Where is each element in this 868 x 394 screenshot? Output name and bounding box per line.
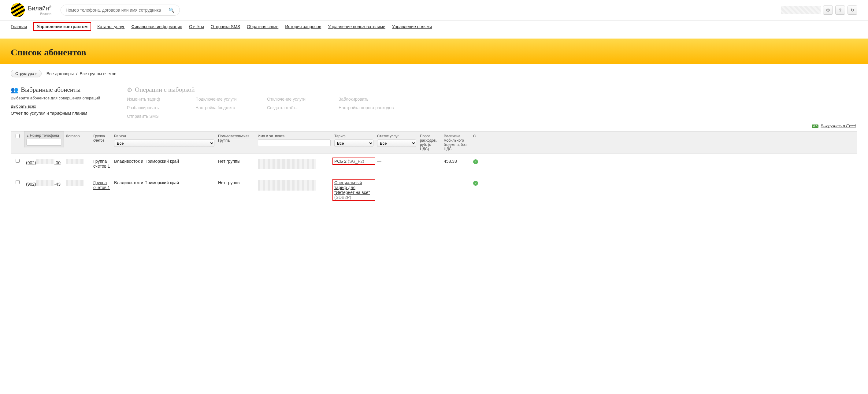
- contract-value: [66, 180, 84, 186]
- limit-value: [418, 178, 442, 183]
- logo-subtitle: Бизнес: [28, 12, 51, 16]
- header: Билайн® Бизнес 🔍 ⚙ ? ↻: [0, 0, 868, 21]
- search-input[interactable]: [66, 8, 168, 12]
- status-value: —: [377, 159, 381, 164]
- filter-tariff-select[interactable]: Все: [334, 140, 373, 147]
- report-link[interactable]: Отчёт по услугам и тарифным планам: [11, 111, 87, 116]
- phone-link[interactable]: (902)-43: [26, 182, 61, 187]
- filter-region-select[interactable]: Все: [114, 140, 214, 147]
- op-connect: Подключение услуги: [195, 97, 260, 101]
- usergroup-value: Нет группы: [216, 156, 256, 166]
- main-nav: Главная Управление контрактом Каталог ус…: [0, 21, 868, 33]
- usergroup-value: Нет группы: [216, 178, 256, 187]
- col-status: Статус услуг: [377, 134, 416, 138]
- filter-name-input[interactable]: [258, 140, 331, 146]
- select-all-checkbox[interactable]: [16, 134, 20, 138]
- nav-feedback[interactable]: Обратная связь: [247, 24, 278, 29]
- op-create-report: Создать отчёт...: [267, 105, 331, 110]
- crumb-contracts[interactable]: Все договоры: [46, 71, 74, 76]
- user-info[interactable]: [781, 6, 820, 14]
- gear-icon: ⚙: [127, 86, 132, 94]
- nav-contract[interactable]: Управление контрактом: [33, 22, 91, 31]
- group-link[interactable]: Группа счетов 1: [93, 159, 111, 169]
- op-budget: Настройка бюджета: [195, 105, 260, 110]
- page-title: Список абонентов: [11, 47, 857, 58]
- filter-phone-input[interactable]: [26, 139, 62, 146]
- xls-icon: XLS: [812, 124, 818, 128]
- nav-reports[interactable]: Отчёты: [189, 24, 204, 29]
- phone-link[interactable]: (902)-00: [26, 160, 61, 165]
- settings-button[interactable]: ⚙: [823, 5, 833, 15]
- structure-button[interactable]: Структура▸: [11, 70, 41, 78]
- col-region: Регион: [114, 134, 214, 138]
- op-change-tariff: Изменить тариф: [127, 97, 188, 101]
- filter-status-select[interactable]: Все: [377, 140, 416, 147]
- row-checkbox[interactable]: [16, 180, 20, 184]
- search-box[interactable]: 🔍: [61, 5, 180, 16]
- op-disconnect: Отключение услуги: [267, 97, 331, 101]
- table-row: (902)-43 Группа счетов 1 Владивосток и П…: [11, 175, 857, 205]
- question-icon: ?: [839, 8, 842, 12]
- col-phone[interactable]: Номер телефона: [26, 133, 62, 138]
- col-last: С: [473, 134, 476, 138]
- tariff-link[interactable]: РСБ 2: [334, 159, 346, 164]
- refresh-button[interactable]: ↻: [847, 5, 857, 15]
- op-unblock: Разблокировать: [127, 105, 188, 110]
- tariff-highlight: РСБ 2 (SG_F2): [333, 157, 375, 165]
- nav-home[interactable]: Главная: [11, 24, 27, 29]
- table-row: (902)-00 Группа счетов 1 Владивосток и П…: [11, 154, 857, 175]
- logo[interactable]: Билайн® Бизнес: [11, 3, 51, 17]
- col-budget: Величина мобильного бюджета, без НДС: [444, 134, 466, 151]
- limit-value: [418, 156, 442, 161]
- nav-catalog[interactable]: Каталог услуг: [97, 24, 124, 29]
- ops-title: Операции с выборкой: [135, 86, 195, 94]
- nav-sms[interactable]: Отправка SMS: [211, 24, 240, 29]
- col-name: Имя и эл. почта: [258, 134, 331, 138]
- breadcrumb: Структура▸ Все договоры / Все группы сче…: [11, 70, 857, 78]
- nav-finance[interactable]: Финансовая информация: [131, 24, 182, 29]
- nav-history[interactable]: История запросов: [285, 24, 321, 29]
- col-limit: Порог расходов, руб. (с НДС): [420, 134, 437, 151]
- tariff-link[interactable]: Специальный тариф для "Интернет на всё": [334, 180, 370, 195]
- crumb-groups[interactable]: Все группы счетов: [80, 71, 117, 76]
- group-link[interactable]: Группа счетов 1: [93, 180, 111, 190]
- contract-value: [66, 159, 84, 164]
- budget-value: 458.33: [442, 156, 471, 166]
- check-icon: ✓: [473, 159, 478, 164]
- operations-panel: ⚙Операции с выборкой Изменить тариф Подк…: [127, 86, 857, 119]
- people-icon: 👥: [11, 86, 18, 94]
- subscribers-table: Номер телефона Договор Группа счетов Рег…: [11, 131, 857, 205]
- status-value: —: [377, 180, 381, 185]
- op-threshold: Настройка порога расходов: [339, 105, 406, 110]
- chevron-right-icon: ▸: [35, 72, 37, 75]
- selected-subtitle: Выберите абонентов для совершения операц…: [11, 95, 115, 101]
- help-button[interactable]: ?: [835, 5, 845, 15]
- table-header: Номер телефона Договор Группа счетов Рег…: [11, 131, 857, 154]
- refresh-icon: ↻: [850, 8, 854, 12]
- nav-users[interactable]: Управление пользователями: [328, 24, 385, 29]
- tariff-code: (SDB2P): [334, 195, 351, 200]
- gear-icon: ⚙: [826, 8, 830, 12]
- name-value: [258, 159, 316, 169]
- name-value: [258, 180, 316, 190]
- nav-roles[interactable]: Управление ролями: [392, 24, 432, 29]
- tariff-code: (SG_F2): [348, 159, 364, 164]
- page-banner: Список абонентов: [0, 38, 868, 64]
- col-group[interactable]: Группа счетов: [93, 134, 105, 143]
- logo-icon: [11, 3, 25, 17]
- col-contract[interactable]: Договор: [66, 134, 80, 138]
- row-checkbox[interactable]: [16, 159, 20, 163]
- op-send-sms: Отправить SMS: [127, 114, 188, 119]
- selected-panel: 👥Выбранные абоненты Выберите абонентов д…: [11, 86, 115, 119]
- export-excel-link[interactable]: Выгрузить в Excel: [820, 124, 856, 128]
- region-value: Владивосток и Приморский край: [112, 156, 216, 166]
- op-block: Заблокировать: [339, 97, 406, 101]
- select-all-link[interactable]: Выбрать всех: [11, 104, 36, 109]
- region-value: Владивосток и Приморский край: [112, 178, 216, 187]
- search-icon[interactable]: 🔍: [168, 7, 175, 13]
- col-usergroup: Пользовательская Группа: [218, 134, 250, 143]
- budget-value: [442, 178, 471, 183]
- logo-name: Билайн®: [28, 5, 51, 12]
- check-icon: ✓: [473, 181, 478, 186]
- selected-title: Выбранные абоненты: [21, 86, 81, 94]
